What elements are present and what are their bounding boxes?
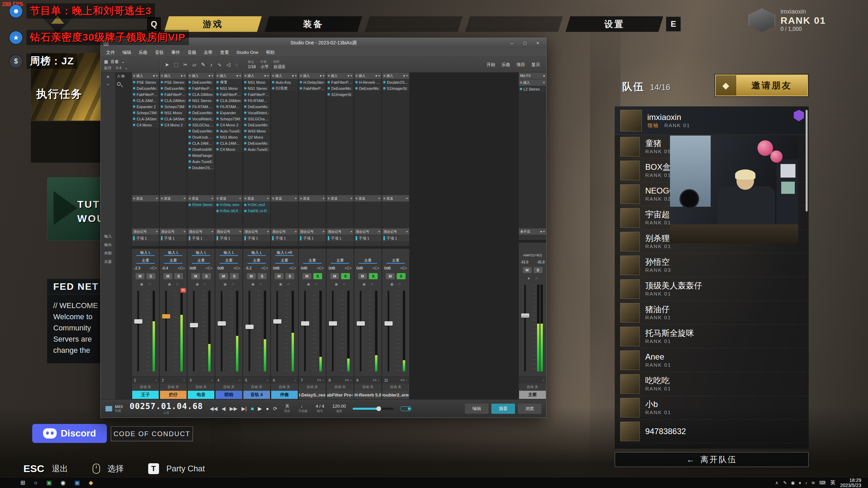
nav-tab[interactable]: 装备 bbox=[264, 16, 362, 32]
gain-value[interactable]: 0dB bbox=[273, 266, 280, 270]
paint-tool-icon[interactable]: ✎ bbox=[201, 62, 205, 68]
app-icon-3[interactable]: ▣ bbox=[74, 477, 80, 488]
add-insert-button[interactable]: + bbox=[322, 74, 324, 78]
plugin-power-icon[interactable] bbox=[520, 88, 522, 90]
chevron-down-icon[interactable]: ▾ bbox=[153, 74, 155, 78]
sub-item-row[interactable]: 子项 1 bbox=[354, 235, 381, 241]
code-of-conduct-button[interactable]: CODE OF CONDUCT bbox=[111, 426, 193, 441]
chevron-down-icon[interactable]: ▾ bbox=[209, 74, 210, 78]
automation-mode[interactable]: 自动 关 bbox=[188, 384, 215, 390]
sub-item-row[interactable]: 子项 1 bbox=[382, 235, 409, 241]
record-arm-icon[interactable]: ◉ bbox=[223, 282, 227, 286]
sends-header[interactable]: ≡ 发送 + bbox=[188, 195, 215, 202]
record-arm-icon[interactable]: ◉ bbox=[140, 282, 143, 286]
transport-group[interactable]: ♩ 节拍器 bbox=[298, 404, 308, 413]
monitor-icon[interactable]: ∩ bbox=[315, 282, 318, 286]
io-routing[interactable] bbox=[382, 249, 409, 257]
send-slot[interactable]: RVerb Stereo bbox=[188, 202, 215, 208]
menu-item[interactable]: 查看 bbox=[220, 49, 229, 56]
zoom-tool-icon[interactable]: ◌ bbox=[235, 62, 238, 68]
record-arm-icon[interactable]: ◉ bbox=[168, 282, 171, 286]
chevron-down-icon[interactable]: ▾ bbox=[181, 74, 182, 78]
invite-friends-button[interactable]: ◆ 邀请朋友 bbox=[715, 75, 808, 96]
gain-value[interactable]: -5.2 bbox=[245, 266, 252, 270]
record-arm-icon[interactable]: ◉ bbox=[362, 282, 366, 286]
sends-header[interactable]: ≡ 发送 + bbox=[160, 195, 187, 202]
master-inserts-header[interactable]: ≡ 插入 + bbox=[519, 79, 546, 86]
insert-slot[interactable]: DeEsserMo: bbox=[243, 122, 270, 128]
io-routing[interactable]: 输入 L bbox=[160, 249, 187, 257]
chevron-down-icon[interactable]: ▾ bbox=[264, 74, 266, 78]
automation-mode[interactable]: 自动 关 bbox=[327, 384, 354, 390]
plugin-power-icon[interactable] bbox=[189, 118, 191, 120]
inserts-header[interactable]: ≡ 插入 ▾ + bbox=[215, 73, 242, 79]
solo-button[interactable]: S bbox=[369, 273, 378, 279]
plugin-power-icon[interactable] bbox=[161, 93, 163, 96]
insert-slot[interactable]: DeEsserMo: bbox=[160, 85, 187, 92]
fast-forward-icon[interactable]: ▶▶ bbox=[230, 406, 237, 412]
inserts-header[interactable]: ≡ 插入 ▾ + bbox=[382, 73, 409, 79]
solo-button[interactable]: S bbox=[258, 273, 267, 279]
add-insert-button[interactable]: + bbox=[267, 74, 269, 78]
nav-tab[interactable] bbox=[365, 16, 462, 32]
team-member-row[interactable]: 顶级美人轰轰仔 RANK 01 bbox=[615, 277, 809, 301]
add-marker-button[interactable]: + bbox=[378, 230, 380, 233]
plugin-power-icon[interactable] bbox=[133, 111, 135, 114]
insert-slot[interactable]: H-Reverb 5.0 bbox=[354, 79, 381, 85]
mix-marker-header[interactable]: 混合记号 + bbox=[382, 228, 409, 235]
io-routing[interactable]: 主要 bbox=[327, 257, 354, 264]
inserts-header[interactable]: ≡ 插入 ▾ + bbox=[354, 73, 381, 79]
mixer-channel-strip[interactable]: ≡ 插入 ▾ + 修复 bbox=[215, 73, 242, 399]
time-value[interactable]: 00257.01.04.68 bbox=[130, 402, 203, 411]
plugin-power-icon[interactable] bbox=[216, 136, 219, 138]
gain-value[interactable]: 0dB bbox=[356, 266, 363, 270]
fader-handle[interactable] bbox=[190, 323, 198, 327]
chevron-down-icon[interactable]: ▾ bbox=[348, 74, 349, 78]
transport-group[interactable]: 关 同步 bbox=[284, 404, 290, 413]
inserts-header[interactable]: ≡ 插入 ▾ + bbox=[132, 73, 159, 79]
sub-item-row[interactable]: 子项 1 bbox=[271, 235, 298, 241]
inserts-header[interactable]: ≡ 插入 ▾ + bbox=[160, 73, 187, 79]
plugin-power-icon[interactable] bbox=[189, 136, 191, 138]
scene-icon[interactable]: ▲ bbox=[527, 276, 531, 280]
gain-value[interactable]: -0.4 bbox=[162, 266, 168, 270]
insert-slot[interactable]: DeEsserMo: bbox=[132, 85, 159, 92]
add-marker-button[interactable]: + bbox=[406, 230, 408, 233]
t-key[interactable]: T bbox=[148, 463, 159, 474]
add-marker-button[interactable]: + bbox=[295, 230, 297, 233]
insert-slot[interactable]: CLA-2AMono bbox=[215, 140, 242, 146]
insert-slot[interactable]: S1ImagerSt: bbox=[382, 85, 409, 92]
fader-handle[interactable] bbox=[357, 321, 365, 326]
solo-button[interactable]: S bbox=[397, 273, 406, 279]
io-routing[interactable]: 主要 bbox=[243, 257, 270, 264]
team-member-row[interactable]: 托马斯全旋咪 RANK 01 bbox=[615, 325, 809, 348]
insert-slot[interactable]: FabFilterPro: bbox=[132, 92, 159, 98]
inserts-header[interactable]: ≡ 插入 ▾ + bbox=[243, 73, 270, 79]
roster-scrollbar[interactable] bbox=[806, 110, 808, 211]
mute-button[interactable]: M bbox=[247, 273, 256, 279]
search-icon[interactable]: ○ bbox=[34, 477, 37, 488]
menu-item[interactable]: 文件 bbox=[106, 49, 115, 56]
sends-header[interactable]: ≡ 发送 + bbox=[299, 195, 326, 202]
insert-slot[interactable]: DeEsserMo: bbox=[354, 85, 381, 92]
channel-name[interactable]: 音轨 6 bbox=[243, 391, 270, 399]
phones-icon[interactable]: ∩ bbox=[535, 276, 538, 280]
add-marker-button[interactable]: + bbox=[211, 230, 213, 233]
clock[interactable]: 18:29 2023/5/23 bbox=[840, 478, 861, 488]
monitor-icon[interactable]: ∩ bbox=[204, 282, 206, 286]
insert-slot[interactable]: OneKnobDri: bbox=[188, 134, 215, 140]
channel-name[interactable]: 主要 bbox=[519, 391, 546, 399]
insert-slot[interactable]: Scheps73M: bbox=[160, 104, 187, 110]
plugin-power-icon[interactable] bbox=[328, 87, 330, 89]
obs-icon[interactable]: ◉ bbox=[791, 480, 795, 485]
master-gain-right[interactable]: -31.0 bbox=[537, 260, 545, 264]
team-member-row[interactable]: 947838632 bbox=[615, 420, 809, 443]
insert-slot[interactable]: Auto-TuneE: bbox=[243, 146, 270, 152]
add-button[interactable]: + bbox=[543, 230, 545, 233]
insert-slot[interactable]: Expander bbox=[215, 110, 242, 116]
insert-slot[interactable]: VocalRiderL: bbox=[188, 116, 215, 122]
plugin-power-icon[interactable] bbox=[189, 87, 191, 89]
pan-value[interactable]: <C> bbox=[233, 266, 240, 270]
plugin-power-icon[interactable] bbox=[244, 136, 246, 138]
plugin-power-icon[interactable] bbox=[216, 148, 219, 150]
